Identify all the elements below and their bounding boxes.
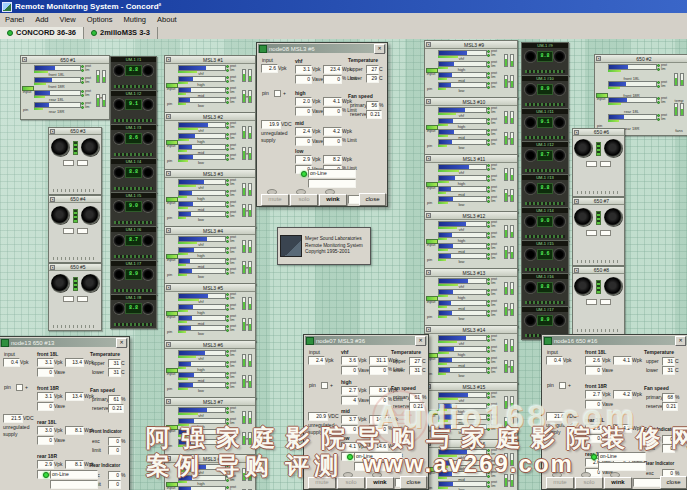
mute-button[interactable]: mute <box>308 477 336 489</box>
wpk-field[interactable]: 4.2 <box>613 390 632 399</box>
input-vpk-field[interactable]: 0.4 <box>3 358 20 367</box>
wpk-field[interactable]: 8.1 <box>65 460 84 469</box>
vave-field[interactable]: 0 <box>585 366 602 375</box>
vdc-field[interactable]: 20.9 <box>308 412 328 421</box>
temp-upper-field[interactable]: 31 <box>108 359 121 368</box>
close-window-button[interactable]: close <box>400 476 427 489</box>
vpk-field[interactable]: 2.7 <box>341 386 358 395</box>
temp-upper-field[interactable]: 31 <box>662 357 675 366</box>
speaker-cell-light[interactable]: ✕650 #5 <box>48 263 102 331</box>
vave-field[interactable]: 0 <box>585 400 602 409</box>
fan-reserve-field[interactable]: 0.21 <box>409 402 425 411</box>
speaker-cell-light[interactable]: ✕650 #7 <box>572 197 625 266</box>
tab-concord[interactable]: CONCORD 36-36 <box>0 27 84 39</box>
speaker-module[interactable]: ✕650 #2front 18Lprotlimfront 18Rprotlimr… <box>594 54 687 136</box>
vave-field[interactable]: 0 <box>295 107 312 116</box>
message-field[interactable] <box>308 179 356 188</box>
wpk-field[interactable]: 31.1 <box>369 356 388 365</box>
menu-about[interactable]: About <box>157 15 177 24</box>
mute-button[interactable]: mute <box>261 194 289 206</box>
vave-field[interactable]: 0 <box>37 402 54 411</box>
speaker-cell-dark[interactable]: UM-1 #78.9 <box>110 260 157 295</box>
close-button[interactable]: ✕ <box>116 338 127 348</box>
fan-primary-field[interactable]: 61 <box>409 393 422 402</box>
wpk-field[interactable]: 4.2 <box>613 424 632 433</box>
speaker-module[interactable]: ✕MSL3 #9vhfprotlimhighprotlimmidprotliml… <box>424 40 518 99</box>
menu-view[interactable]: View <box>60 15 76 24</box>
front-exc-field[interactable]: 0 <box>108 437 121 446</box>
vave-field[interactable]: 0 <box>341 425 358 434</box>
speaker-cell-dark[interactable]: UM-1 #88.8 <box>110 294 157 329</box>
speaker-cell-dark[interactable]: UM-1 #168.8 <box>521 273 569 307</box>
vave-field[interactable]: 0 <box>295 75 312 84</box>
limit-field[interactable]: 0 <box>369 396 388 405</box>
vpk-field[interactable]: 2.9 <box>37 460 54 469</box>
wpk-field[interactable]: 14.6 <box>369 442 388 451</box>
wpk-field[interactable]: 4.2 <box>323 127 342 136</box>
status-field[interactable]: on-Line <box>50 470 98 479</box>
vpk-field[interactable]: 3.1 <box>295 65 312 74</box>
vpk-field[interactable]: 2.6 <box>585 424 602 433</box>
speaker-cell-light[interactable]: ✕650 #3 <box>48 127 102 195</box>
vave-field[interactable]: 0 <box>37 436 54 445</box>
close-button[interactable]: ✕ <box>374 44 385 54</box>
vpk-field[interactable]: 3.7 <box>341 415 358 424</box>
limit-field[interactable]: 0 <box>323 107 342 116</box>
speaker-module[interactable]: ✕MSL3 #15vhfprotlimhighprotlimmidprotlim… <box>424 382 518 441</box>
popup-title-bar[interactable]: node16 650 #16✕ <box>543 336 687 345</box>
input-vpk-field[interactable]: 2.4 <box>308 356 325 365</box>
pin-checkbox[interactable] <box>274 90 281 97</box>
front-limit-field[interactable]: 0 <box>108 446 121 455</box>
mute-button[interactable]: mute <box>546 477 574 489</box>
vave-field[interactable]: 0 <box>585 434 602 443</box>
fan-primary-field[interactable]: 61 <box>108 395 121 404</box>
front-limit-field[interactable]: 0 <box>662 444 675 453</box>
speaker-cell-dark[interactable]: UM-1 #38.6 <box>110 124 157 159</box>
temp-lower-field[interactable]: 31 <box>108 368 121 377</box>
wpk-field[interactable]: 4.1 <box>613 356 632 365</box>
detail-window-top[interactable]: node08 MSL3 #6✕input2.6Vpkpin+19.9VDCunr… <box>256 42 388 207</box>
temp-lower-field[interactable]: 31 <box>409 366 422 375</box>
wpk-field[interactable]: 8.2 <box>323 155 342 164</box>
status-field[interactable]: on-Line <box>308 169 356 178</box>
speaker-cell-light[interactable]: ✕650 #4 <box>48 195 102 263</box>
vpk-field[interactable]: 3.0 <box>37 426 54 435</box>
limit-field[interactable]: 0 <box>323 137 342 146</box>
menu-panel[interactable]: Panel <box>5 15 24 24</box>
close-button[interactable]: ✕ <box>675 336 686 346</box>
speaker-cell-dark[interactable]: UM-1 #18.8 <box>110 56 157 91</box>
fan-primary-field[interactable]: 56 <box>366 101 379 110</box>
speaker-module[interactable]: ✕MSL3 #16vhfprotlimhighprotlimmidprotlim… <box>424 439 518 490</box>
speaker-cell-light[interactable]: ✕650 #8 <box>572 266 625 335</box>
vave-field[interactable]: 0 <box>37 368 54 377</box>
temp-upper-field[interactable]: 27 <box>409 357 422 366</box>
solo-button[interactable]: solo <box>290 194 318 206</box>
speaker-cell-dark[interactable]: UM-1 #128.7 <box>521 141 569 175</box>
close-window-button[interactable]: close <box>359 193 386 206</box>
pin-checkbox[interactable] <box>321 382 328 389</box>
menu-muting[interactable]: Muting <box>124 15 147 24</box>
vpk-field[interactable]: 3.6 <box>341 356 358 365</box>
speaker-module[interactable]: ✕MSL3 #8vhfprotlimhighprotlimmidprotliml… <box>164 454 256 490</box>
detail-window-bottom-center[interactable]: node07 MSL3 #36✕input2.4Vpkpin+20.9VDCun… <box>303 334 429 490</box>
wpk-field[interactable]: 14.6 <box>369 415 388 424</box>
vdc-field[interactable]: 19.9 <box>261 120 281 129</box>
speaker-module[interactable]: ✕MSL3 #10vhfprotlimhighprotlimmidprotlim… <box>424 97 518 156</box>
vpk-field[interactable]: 2.7 <box>585 390 602 399</box>
vpk-field[interactable]: 2.9 <box>295 155 312 164</box>
vave-field[interactable]: 4 <box>341 396 358 405</box>
limit-field[interactable]: 0 <box>369 366 388 375</box>
vave-field[interactable]: 0 <box>295 137 312 146</box>
solo-button[interactable]: solo <box>575 477 603 489</box>
solo-button[interactable]: solo <box>337 477 365 489</box>
popup-title-bar[interactable]: node13 650 #13✕ <box>0 338 128 347</box>
message-field[interactable] <box>354 462 402 471</box>
detail-window-bottom-left[interactable]: node13 650 #13✕input0.4Vpkpin+21.5VDCunr… <box>0 336 130 490</box>
speaker-cell-dark[interactable]: UM-1 #68.7 <box>110 226 157 261</box>
speaker-module[interactable]: ✕MSL3 #12vhfprotlimhighprotlimmidprotlim… <box>424 211 518 270</box>
wpk-field[interactable]: 8.1 <box>65 426 84 435</box>
fan-reserve-field[interactable]: 0.21 <box>662 402 678 411</box>
speaker-module[interactable]: ✕650 #1front 18Lprotlimfront 18Rprotlimr… <box>20 55 110 120</box>
limit-field[interactable]: 0 <box>369 425 388 434</box>
tab-2millo[interactable]: 2milloM3S 3-3 <box>84 27 158 39</box>
